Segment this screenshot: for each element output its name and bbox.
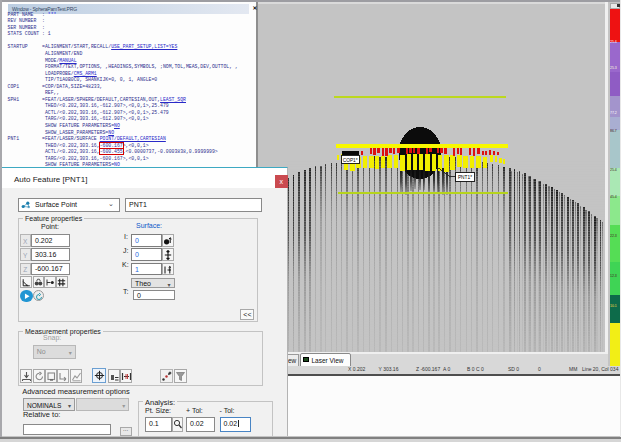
svg-text:COP1*: COP1*: [343, 158, 358, 163]
svg-text:PNT1*: PNT1*: [458, 175, 472, 180]
